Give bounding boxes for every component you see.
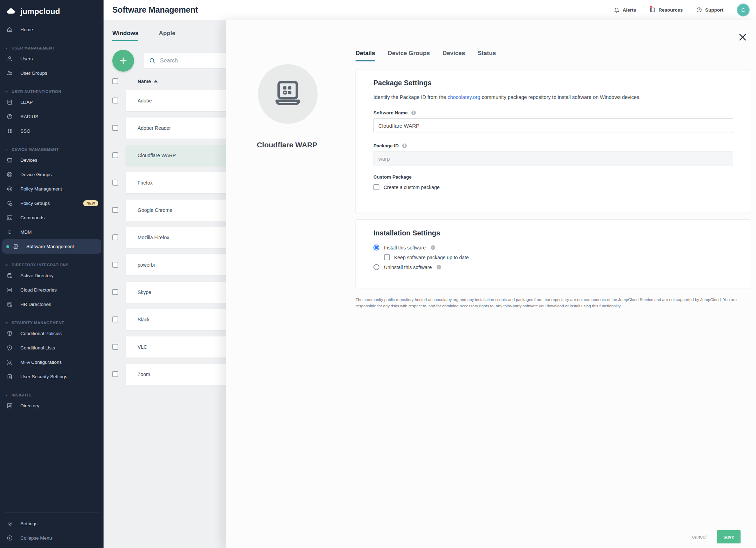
jumpcloud-logo[interactable]: jumpcloud [0,0,104,21]
sidebar-item-settings[interactable]: Settings [0,516,104,531]
column-header-name[interactable]: Name [138,79,158,84]
sidebar-item-policy-management[interactable]: Policy Management [0,182,104,196]
close-panel-button[interactable] [738,32,748,42]
custom-package-label: Custom Package [373,174,733,180]
sidebar-item-policy-groups[interactable]: Policy Groups NEW [0,196,104,210]
resources-button[interactable]: Resources [649,7,683,13]
user-groups-icon [6,70,13,76]
sidebar-section-security-management[interactable]: SECURITY MANAGEMENT [0,319,104,326]
sidebar-item-device-groups[interactable]: Device Groups [0,167,104,182]
section-title: INSIGHTS [12,393,32,397]
hr-directories-icon [6,301,13,308]
tab-status[interactable]: Status [478,50,496,61]
sidebar-item-devices[interactable]: Devices [0,153,104,167]
keep-up-to-date-checkbox[interactable] [384,254,390,260]
info-icon[interactable] [402,143,407,148]
section-title: USER AUTHENTICATION [12,89,61,94]
tab-windows[interactable]: Windows [112,30,138,41]
row-checkbox[interactable] [112,289,118,295]
sidebar-item-conditional-lists[interactable]: Conditional Lists [0,341,104,355]
sidebar-item-conditional-policies[interactable]: Conditional Policies [0,326,104,341]
sidebar-item-commands[interactable]: Commands [0,210,104,225]
chocolatey-link[interactable]: chocolatey.org [447,94,480,100]
create-custom-package-label: Create a custom package [384,185,440,190]
row-checkbox[interactable] [112,344,118,350]
sidebar-item-user-security-settings[interactable]: User Security Settings [0,369,104,384]
sidebar-item-cloud-directories[interactable]: Cloud Directories [0,283,104,297]
row-checkbox[interactable] [112,98,118,103]
row-checkbox[interactable] [112,207,118,213]
row-checkbox[interactable] [112,152,118,158]
row-checkbox[interactable] [112,262,118,268]
support-button[interactable]: Support [696,7,723,13]
conditional-lists-icon [6,345,13,351]
policy-management-icon [6,186,13,192]
section-title: SECURITY MANAGEMENT [12,321,64,325]
sidebar-item-radius[interactable]: RADIUS [0,109,104,124]
search-icon [149,57,156,64]
active-directory-icon [6,272,13,279]
sidebar-item-collapse-menu[interactable]: Collapse Menu [0,531,104,545]
sidebar-item-ldap[interactable]: LDAP [0,95,104,109]
row-checkbox[interactable] [112,316,118,322]
sidebar-item-directory[interactable]: Directory [0,399,104,413]
description-prefix: Identify the Package ID from the [373,94,447,100]
add-software-button[interactable] [112,50,134,72]
software-name-input[interactable] [373,118,733,133]
sidebar-item-software-management[interactable]: Software Management [2,239,101,254]
device-groups-icon [6,171,13,178]
sidebar-item-label: LDAP [20,100,33,105]
collapse-arrow-icon [6,535,13,541]
alerts-button[interactable]: Alerts [614,7,636,13]
info-icon[interactable] [430,245,436,250]
row-checkbox[interactable] [112,371,118,377]
sidebar-item-label: User Security Settings [20,374,67,379]
sidebar-item-label: HR Directories [20,302,51,307]
sidebar-item-label: MDM [20,229,32,235]
sidebar-item-sso[interactable]: SSO [0,124,104,138]
user-avatar[interactable]: C [737,4,750,16]
sidebar-section-directory-integrations[interactable]: DIRECTORY INTEGRATIONS [0,261,104,268]
sidebar-item-active-directory[interactable]: Active Directory [0,268,104,283]
conditional-policies-icon [6,330,13,337]
search-input[interactable] [160,58,230,64]
sidebar-item-mfa-configurations[interactable]: MFA Configurations [0,355,104,369]
software-management-icon [12,243,19,250]
info-icon[interactable] [411,110,416,115]
cancel-button[interactable]: cancel [692,534,707,540]
laptop-apps-icon [271,77,305,111]
sidebar-item-label: Collapse Menu [20,535,52,541]
create-custom-package-checkbox[interactable] [373,184,379,190]
keep-up-to-date-label: Keep software package up to date [394,255,469,260]
save-button[interactable]: save [717,530,741,543]
chevron-down-icon [5,393,8,397]
page-title: Software Management [104,5,198,15]
install-option-label: Install this software [384,245,426,250]
alerts-label: Alerts [623,7,636,13]
sidebar-item-label: Devices [20,158,37,163]
info-icon[interactable] [436,265,442,270]
select-all-checkbox[interactable] [112,78,118,84]
sidebar-item-user-groups[interactable]: User Groups [0,66,104,80]
tab-apple[interactable]: Apple [159,30,175,41]
sidebar-section-user-authentication[interactable]: USER AUTHENTICATION [0,88,104,95]
sidebar-item-mdm[interactable]: MDM [0,225,104,239]
sidebar-item-label: Users [20,56,33,61]
sidebar-section-device-management[interactable]: DEVICE MANAGEMENT [0,146,104,153]
uninstall-radio[interactable] [373,264,379,270]
sidebar-section-user-management[interactable]: USER MANAGEMENT [0,45,104,52]
sidebar-item-users[interactable]: Users [0,52,104,66]
row-checkbox[interactable] [112,125,118,131]
install-radio[interactable] [373,245,379,250]
chevron-down-icon [5,148,8,152]
tab-details[interactable]: Details [356,50,375,61]
sidebar-item-label: Cloud Directories [20,287,57,293]
sidebar-item-label: User Groups [20,71,47,76]
sidebar-item-hr-directories[interactable]: HR Directories [0,297,104,312]
tab-device-groups[interactable]: Device Groups [388,50,430,61]
sidebar-item-home[interactable]: Home [0,22,104,37]
row-checkbox[interactable] [112,234,118,240]
row-checkbox[interactable] [112,180,118,186]
sidebar-section-insights[interactable]: INSIGHTS [0,392,104,399]
tab-devices[interactable]: Devices [443,50,465,61]
